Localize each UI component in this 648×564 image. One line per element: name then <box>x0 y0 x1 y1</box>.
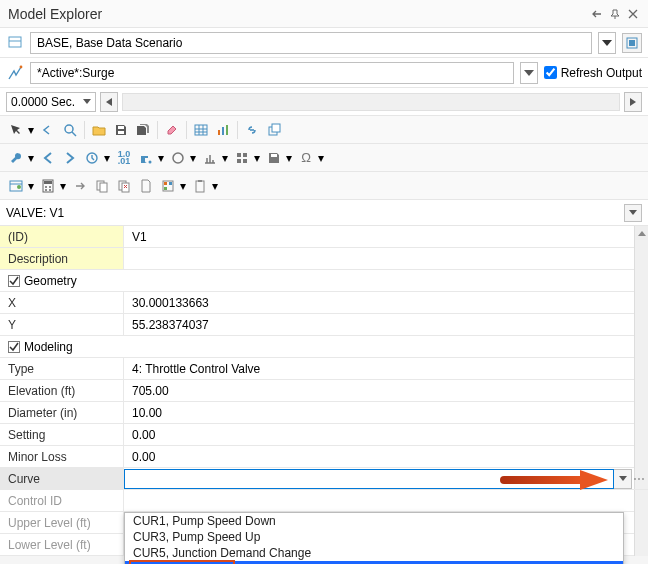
doc-icon[interactable] <box>136 176 156 196</box>
chevron-down-icon[interactable]: ▾ <box>26 120 36 140</box>
chevron-down-icon[interactable]: ▾ <box>188 148 198 168</box>
save-icon[interactable] <box>111 120 131 140</box>
prop-curve-label: Curve <box>0 468 124 489</box>
open-folder-icon[interactable] <box>89 120 109 140</box>
chevron-down-icon[interactable]: ▾ <box>26 176 36 196</box>
modeling-toggle-icon[interactable] <box>8 341 20 353</box>
refresh-output-checkbox[interactable]: Refresh Output <box>544 66 642 80</box>
svg-point-27 <box>45 189 47 191</box>
curve-input[interactable] <box>124 469 614 489</box>
scenario-manage-button[interactable] <box>622 33 642 53</box>
svg-point-25 <box>45 186 47 188</box>
back-icon[interactable] <box>38 120 58 140</box>
chart-icon[interactable] <box>213 120 233 140</box>
svg-point-4 <box>65 125 73 133</box>
prop-upperlevel-label: Upper Level (ft) <box>0 512 124 533</box>
chevron-down-icon[interactable]: ▾ <box>284 148 294 168</box>
select-tool-icon[interactable] <box>6 120 26 140</box>
calc-icon[interactable] <box>38 176 58 196</box>
chevron-down-icon[interactable]: ▾ <box>178 176 188 196</box>
prop-id-label: (ID) <box>0 226 124 247</box>
link-icon[interactable] <box>242 120 262 140</box>
omega-icon[interactable]: Ω <box>296 148 316 168</box>
zoom-icon[interactable] <box>60 120 80 140</box>
clock-icon[interactable] <box>82 148 102 168</box>
curve-dropdown-button[interactable] <box>614 469 632 489</box>
chevron-down-icon[interactable]: ▾ <box>316 148 326 168</box>
popup-icon[interactable] <box>264 120 284 140</box>
curve-ellipsis-icon[interactable]: ⋯ <box>632 469 646 489</box>
section-modeling[interactable]: Modeling <box>0 336 648 358</box>
prop-x-value[interactable]: 30.000133663 <box>124 292 648 313</box>
analysis-dropdown[interactable] <box>520 62 538 84</box>
scenario-dropdown[interactable] <box>598 32 616 54</box>
svg-rect-17 <box>243 153 247 157</box>
curve-option[interactable]: CUR5, Junction Demand Change <box>125 545 623 561</box>
grid-icon[interactable] <box>232 148 252 168</box>
dup1-icon[interactable] <box>92 176 112 196</box>
scenario-value: BASE, Base Data Scenario <box>37 36 182 50</box>
section-geometry[interactable]: Geometry <box>0 270 648 292</box>
palette-icon[interactable] <box>158 176 178 196</box>
svg-point-22 <box>17 185 21 189</box>
save-multi-icon[interactable] <box>133 120 153 140</box>
dup2-icon[interactable] <box>114 176 134 196</box>
arrow-nav-icon[interactable] <box>70 176 90 196</box>
analysis-field[interactable]: *Active*:Surge <box>30 62 514 84</box>
svg-rect-12 <box>272 124 280 132</box>
erase-icon[interactable] <box>162 120 182 140</box>
curve-option[interactable]: CUR1, Pump Speed Down <box>125 513 623 529</box>
wrench-icon[interactable] <box>6 148 26 168</box>
element-dropdown[interactable] <box>624 204 642 222</box>
annotation-highlight-box: CUR7, Gate Valve <box>129 560 235 564</box>
prop-setting-value[interactable]: 0.00 <box>124 424 648 445</box>
chevron-down-icon[interactable]: ▾ <box>210 176 220 196</box>
chevron-down-icon[interactable]: ▾ <box>156 148 166 168</box>
svg-rect-36 <box>164 187 167 190</box>
time-next-button[interactable] <box>624 92 642 112</box>
dock-left-icon[interactable] <box>590 7 604 21</box>
svg-rect-37 <box>196 181 204 192</box>
prop-elevation-value[interactable]: 705.00 <box>124 380 648 401</box>
scenario-field[interactable]: BASE, Base Data Scenario <box>30 32 592 54</box>
chevron-down-icon[interactable]: ▾ <box>252 148 262 168</box>
prop-diameter-value[interactable]: 10.00 <box>124 402 648 423</box>
faucet-icon[interactable] <box>136 148 156 168</box>
close-icon[interactable] <box>626 7 640 21</box>
pin-icon[interactable] <box>608 7 622 21</box>
arrow-right-icon[interactable] <box>60 148 80 168</box>
prop-description-value[interactable] <box>124 248 648 269</box>
geometry-toggle-icon[interactable] <box>8 275 20 287</box>
curve-option[interactable]: CUR3, Pump Speed Up <box>125 529 623 545</box>
scroll-up-icon[interactable] <box>635 226 648 240</box>
circle-icon[interactable] <box>168 148 188 168</box>
time-combo[interactable]: 0.0000 Sec. <box>6 92 96 112</box>
prop-id-value[interactable]: V1 <box>124 226 648 247</box>
svg-rect-24 <box>44 181 52 184</box>
chevron-down-icon[interactable]: ▾ <box>220 148 230 168</box>
svg-rect-2 <box>629 40 635 46</box>
trace-icon[interactable] <box>200 148 220 168</box>
svg-point-15 <box>173 153 183 163</box>
time-prev-button[interactable] <box>100 92 118 112</box>
prop-y-label: Y <box>0 314 124 335</box>
prop-minorloss-value[interactable]: 0.00 <box>124 446 648 467</box>
chevron-down-icon[interactable]: ▾ <box>26 148 36 168</box>
chevron-down-icon[interactable]: ▾ <box>58 176 68 196</box>
scenario-icon <box>6 34 24 52</box>
prop-setting-label: Setting <box>0 424 124 445</box>
arrow-left-icon[interactable] <box>38 148 58 168</box>
table-icon[interactable] <box>191 120 211 140</box>
time-slider[interactable] <box>122 93 620 111</box>
time-value: 0.0000 Sec. <box>11 95 75 109</box>
numeric-icon[interactable]: 1.0.01 <box>114 148 134 168</box>
prop-type-value[interactable]: 4: Throttle Control Valve <box>124 358 648 379</box>
svg-rect-10 <box>226 125 228 135</box>
disk-sm-icon[interactable] <box>264 148 284 168</box>
prop-y-value[interactable]: 55.238374037 <box>124 314 648 335</box>
paste-icon[interactable] <box>190 176 210 196</box>
svg-rect-7 <box>195 125 207 135</box>
category-icon[interactable] <box>6 176 26 196</box>
element-label: VALVE: V1 <box>6 206 624 220</box>
chevron-down-icon[interactable]: ▾ <box>102 148 112 168</box>
